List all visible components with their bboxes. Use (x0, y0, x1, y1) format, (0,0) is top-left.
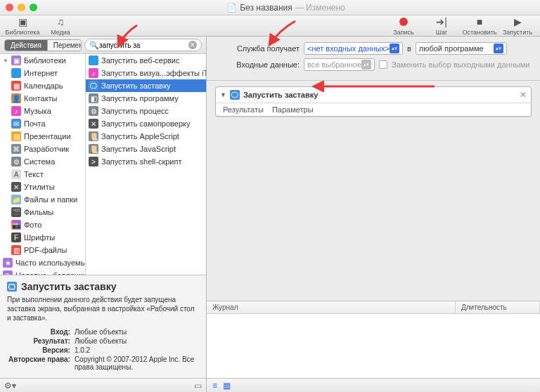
info-description: При выполнении данного действия будет за… (7, 295, 199, 322)
layout-icon[interactable]: ▭ (194, 381, 202, 391)
category-label: Часто используемые (15, 259, 85, 267)
step-button[interactable]: ➔|Шаг (425, 15, 458, 36)
input-label: Входные данные: (215, 60, 300, 69)
stop-button-label: Остановить (462, 29, 496, 36)
category-item[interactable]: ✉Почта (0, 117, 85, 130)
action-icon: > (89, 157, 98, 166)
category-item[interactable]: FШрифты (0, 231, 85, 244)
action-item[interactable]: 📜Запустить AppleScript (86, 130, 206, 143)
media-button-icon: ♫ (53, 15, 68, 28)
action-item[interactable]: 🌐Запустить веб-сервис (86, 54, 206, 67)
screensaver-icon: 🖵 (230, 90, 240, 100)
library-header[interactable]: ▼ ▣ Библиотеки (0, 54, 85, 67)
record-button[interactable]: Запись (387, 15, 420, 36)
category-icon: ⌘ (11, 144, 21, 154)
input-popup: все выбранное▴▾ (304, 58, 375, 71)
disclosure-icon[interactable]: ▼ (220, 91, 226, 98)
action-item[interactable]: ⚙Запустить процесс (86, 105, 206, 117)
receives-label: Служба получает (215, 44, 300, 53)
action-icon: 📜 (89, 144, 98, 154)
log-col-journal[interactable]: Журнал (207, 301, 456, 313)
category-label: Контакты (24, 94, 58, 103)
run-button-icon: ▶ (510, 15, 525, 28)
category-item[interactable]: 📷Фото (0, 218, 85, 231)
category-item[interactable]: ⚙Система (0, 155, 85, 168)
category-icon: ⚙ (11, 157, 21, 166)
remove-action-icon[interactable]: ✕ (520, 90, 527, 100)
category-item[interactable]: ⌘Разработчик (0, 143, 85, 155)
in-app-popup[interactable]: любой программе▴▾ (416, 42, 507, 55)
action-label: Запустить AppleScript (101, 132, 179, 141)
category-label: Система (24, 157, 55, 166)
service-options: Служба получает <нет входных данных>▴▾ в… (207, 37, 540, 81)
search-icon: 🔍 (89, 41, 99, 50)
tab-results[interactable]: Результаты (223, 105, 264, 114)
tab-actions[interactable]: Действия (5, 40, 48, 51)
log-col-duration[interactable]: Длительность (456, 301, 540, 313)
grid-view-icon[interactable]: ▦ (223, 381, 231, 391)
stop-button[interactable]: ■Остановить (463, 15, 496, 36)
category-label: Разработчик (24, 145, 69, 153)
library-button-icon: ▣ (15, 15, 30, 28)
action-icon: 📜 (89, 131, 98, 141)
list-view-icon[interactable]: ≡ (212, 381, 217, 391)
action-list[interactable]: 🌐Запустить веб-сервис♪Запустить визуа...… (86, 54, 206, 275)
action-card-screensaver[interactable]: ▼ 🖵 Запустить заставку ✕ Результаты Пара… (215, 86, 532, 117)
action-item[interactable]: ◧Запустить программу (86, 92, 206, 105)
category-label: Музыка (24, 107, 51, 115)
category-item[interactable]: 👤Контакты (0, 92, 85, 105)
category-label: Утилиты (24, 183, 55, 191)
category-icon: ✕ (11, 182, 21, 192)
category-item[interactable]: ▥PDF-файлы (0, 244, 85, 256)
tab-variables[interactable]: Переменные (48, 40, 82, 51)
category-label: Шрифты (24, 233, 55, 242)
action-item[interactable]: 🖵Запустить заставку (86, 79, 206, 92)
log-area: Журнал Длительность (207, 301, 540, 378)
segmented-control: Действия Переменные (4, 39, 82, 51)
category-icon: 🌐 (11, 68, 21, 78)
search-field[interactable]: 🔍 ✕ (84, 39, 202, 51)
minimize-icon[interactable] (18, 4, 25, 11)
category-icon: 📷 (11, 220, 21, 230)
category-item[interactable]: 🎬Фильмы (0, 206, 85, 218)
category-icon: ★ (3, 258, 13, 268)
category-item[interactable]: 📁Файлы и папки (0, 193, 85, 206)
gear-icon[interactable]: ⚙▾ (4, 381, 16, 391)
category-icon: ▤ (11, 131, 21, 141)
action-label: Запустить процесс (101, 107, 169, 115)
clear-search-icon[interactable]: ✕ (188, 41, 197, 49)
tab-params[interactable]: Параметры (272, 105, 314, 114)
category-item[interactable]: ✕Утилиты (0, 181, 85, 193)
action-item[interactable]: ♪Запустить визуа...эффекты iTunes (86, 67, 206, 79)
category-item[interactable]: 🌐Интернет (0, 67, 85, 79)
library-button[interactable]: ▣Библиотека (6, 15, 39, 36)
action-icon: 🌐 (89, 55, 98, 65)
record-button-icon (396, 15, 411, 28)
workflow-area[interactable]: ▼ 🖵 Запустить заставку ✕ Результаты Пара… (207, 81, 540, 301)
category-icon: ▥ (11, 245, 21, 255)
library-pane: Действия Переменные 🔍 ✕ ▼ ▣ Библиотеки 🌐… (0, 37, 207, 392)
action-item[interactable]: >Запустить shell-скрипт (86, 155, 206, 168)
category-list[interactable]: ▼ ▣ Библиотеки 🌐Интернет▦Календарь👤Конта… (0, 54, 86, 275)
search-input[interactable] (99, 41, 188, 49)
run-button[interactable]: ▶Запустить (501, 15, 534, 36)
category-item[interactable]: AТекст (0, 168, 85, 181)
stop-button-icon: ■ (472, 15, 487, 28)
category-item[interactable]: ▦Календарь (0, 79, 85, 92)
category-label: Интернет (24, 69, 58, 77)
left-bottom-bar: ⚙▾ ▭ (0, 378, 206, 392)
category-item[interactable]: ♪Музыка (0, 105, 85, 117)
receives-popup[interactable]: <нет входных данных>▴▾ (304, 42, 403, 55)
action-label: Запустить веб-сервис (101, 56, 180, 65)
category-item[interactable]: ▤Презентации (0, 130, 85, 143)
media-button[interactable]: ♫Медиа (44, 15, 77, 36)
zoom-icon[interactable] (30, 4, 37, 11)
modified-label: — Изменено (295, 3, 345, 13)
category-item[interactable]: ★Часто используемые (0, 256, 85, 269)
media-button-label: Медиа (51, 29, 70, 36)
category-label: Почта (24, 119, 46, 128)
action-item[interactable]: ✕Запустить самопроверку (86, 117, 206, 130)
category-item[interactable]: ⟳Недавно...бавленные (0, 269, 85, 275)
action-item[interactable]: 📜Запустить JavaScript (86, 143, 206, 155)
close-icon[interactable] (6, 4, 13, 11)
